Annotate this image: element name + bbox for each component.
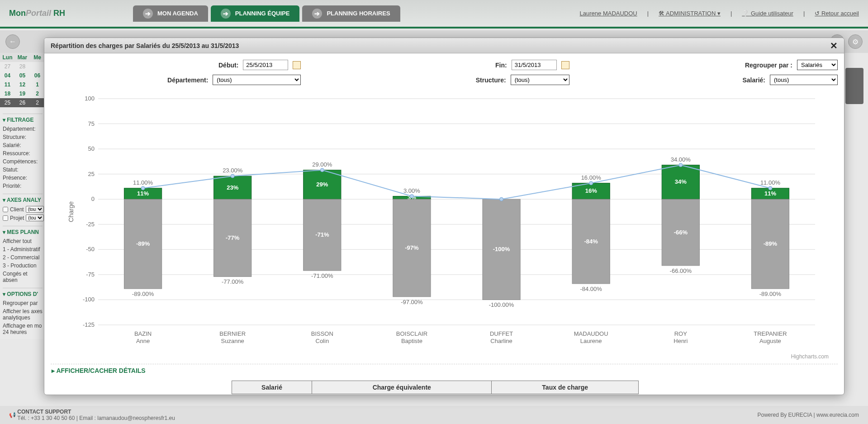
svg-text:BOISCLAIR: BOISCLAIR [396, 330, 427, 337]
calendar-icon[interactable] [561, 61, 569, 69]
svg-text:-89.00%: -89.00% [759, 291, 782, 297]
svg-text:25: 25 [88, 171, 95, 177]
field-fin: Fin: [319, 60, 569, 70]
svg-text:34.00%: 34.00% [671, 156, 691, 163]
svg-text:-71.00%: -71.00% [311, 272, 333, 279]
svg-text:-89.00%: -89.00% [132, 291, 154, 297]
departement-label: Département: [167, 76, 208, 84]
svg-text:29%: 29% [316, 181, 328, 188]
svg-text:16.00%: 16.00% [581, 174, 602, 181]
svg-text:Charline: Charline [490, 338, 512, 344]
charges-modal: Répartition des charges par Salariés du … [44, 38, 844, 395]
toggle-details-button[interactable]: ▸ AFFICHER/CACHER DÉTAILS [51, 364, 838, 377]
filter-grid: Début: Fin: Regrouper par : Salariés Dép… [51, 60, 838, 85]
calendar-icon[interactable] [293, 61, 301, 69]
departement-select[interactable]: (tous) [213, 75, 301, 85]
svg-text:11%: 11% [137, 190, 149, 197]
regrouper-select[interactable]: Salariés [797, 60, 838, 70]
svg-text:23.00%: 23.00% [223, 167, 243, 174]
svg-text:23%: 23% [227, 184, 238, 191]
svg-point-88 [679, 163, 683, 167]
svg-text:BAZIN: BAZIN [134, 330, 152, 337]
field-regrouper: Regrouper par : Salariés [588, 60, 838, 70]
svg-text:Suzanne: Suzanne [221, 338, 244, 344]
svg-point-83 [231, 174, 234, 178]
svg-text:34%: 34% [675, 178, 687, 185]
fin-label: Fin: [495, 62, 507, 69]
modal-body: Début: Fin: Regrouper par : Salariés Dép… [44, 53, 844, 395]
svg-text:BERNIER: BERNIER [219, 330, 246, 337]
svg-text:Henri: Henri [674, 338, 688, 344]
svg-text:MADAUDOU: MADAUDOU [574, 330, 608, 337]
structure-label: Structure: [476, 76, 506, 84]
field-debut: Début: [51, 60, 301, 70]
field-departement: Département: (tous) [51, 75, 301, 85]
debut-input[interactable] [243, 60, 288, 70]
svg-text:-75: -75 [86, 271, 95, 278]
svg-text:-89%: -89% [764, 240, 778, 247]
svg-text:-125: -125 [83, 321, 95, 328]
svg-text:Anne: Anne [136, 338, 150, 344]
svg-text:-25: -25 [86, 221, 95, 228]
modal-title-bar: Répartition des charges par Salariés du … [44, 38, 844, 53]
svg-text:BISSON: BISSON [311, 330, 333, 337]
svg-point-82 [141, 186, 145, 190]
svg-text:-100%: -100% [493, 246, 510, 252]
table-header-row: Salarié Charge équivalente Taux de charg… [232, 381, 639, 394]
svg-point-87 [589, 181, 593, 185]
svg-text:11.00%: 11.00% [133, 179, 153, 186]
svg-point-86 [500, 197, 503, 201]
th-salarie: Salarié [232, 381, 312, 394]
svg-text:DUFFET: DUFFET [490, 330, 513, 337]
svg-text:-100: -100 [83, 296, 95, 303]
svg-text:Charge: Charge [67, 201, 75, 222]
svg-point-84 [320, 168, 324, 172]
svg-text:-77%: -77% [226, 234, 240, 241]
svg-text:-66%: -66% [674, 229, 688, 236]
svg-text:-84.00%: -84.00% [580, 286, 602, 292]
svg-text:Highcharts.com: Highcharts.com [791, 353, 829, 360]
details-table: Salarié Charge équivalente Taux de charg… [232, 381, 639, 394]
th-taux: Taux de charge [492, 381, 639, 394]
svg-text:Auguste: Auguste [759, 338, 781, 344]
field-salarie: Salarié: (tous) [588, 75, 838, 85]
svg-text:11%: 11% [764, 190, 776, 197]
svg-text:100: 100 [85, 95, 95, 102]
svg-text:ROY: ROY [674, 330, 688, 337]
svg-text:16%: 16% [585, 187, 597, 194]
salarie-label: Salarié: [742, 76, 765, 84]
chart: -125-100-75-50-250255075100Charge11%11.0… [51, 90, 838, 361]
svg-text:3.00%: 3.00% [403, 187, 420, 194]
svg-text:11.00%: 11.00% [760, 179, 781, 186]
svg-text:50: 50 [88, 145, 95, 152]
debut-label: Début: [218, 62, 238, 69]
svg-text:-84%: -84% [584, 238, 598, 245]
field-structure: Structure: (tous) [319, 75, 569, 85]
svg-text:75: 75 [88, 120, 95, 127]
structure-select[interactable]: (tous) [511, 75, 569, 85]
fin-input[interactable] [512, 60, 557, 70]
regrouper-label: Regrouper par : [745, 62, 792, 69]
svg-text:Laurene: Laurene [580, 338, 602, 344]
svg-text:-100.00%: -100.00% [489, 301, 514, 308]
svg-text:0: 0 [91, 195, 95, 202]
close-icon[interactable]: ✕ [830, 40, 838, 51]
svg-text:-77.00%: -77.00% [222, 278, 244, 285]
svg-text:-97%: -97% [405, 244, 419, 251]
modal-title: Répartition des charges par Salariés du … [51, 42, 239, 49]
svg-text:-89%: -89% [136, 240, 150, 247]
svg-text:-71%: -71% [315, 231, 329, 238]
svg-text:Colin: Colin [316, 338, 329, 344]
svg-point-85 [410, 195, 413, 198]
svg-text:-66.00%: -66.00% [670, 267, 692, 274]
svg-text:Baptiste: Baptiste [401, 338, 422, 344]
svg-text:-50: -50 [86, 246, 95, 252]
th-charge-equiv: Charge équivalente [312, 381, 492, 394]
svg-text:-97.00%: -97.00% [401, 299, 423, 305]
svg-point-89 [768, 186, 772, 190]
svg-text:29.00%: 29.00% [312, 161, 332, 168]
svg-text:TREPANIER: TREPANIER [754, 330, 787, 337]
salarie-select[interactable]: (tous) [770, 75, 838, 85]
